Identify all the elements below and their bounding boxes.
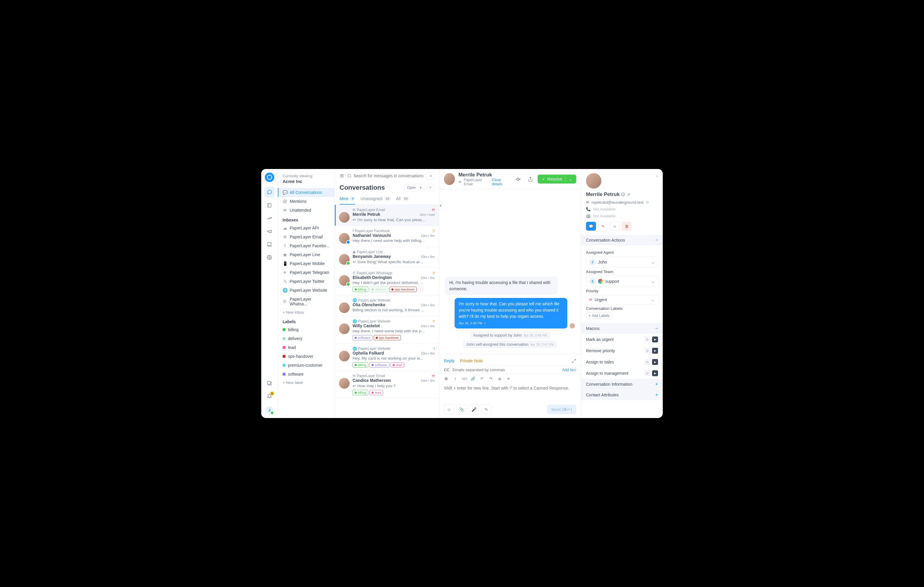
expand-panel-toggle[interactable]: ▶	[439, 201, 443, 209]
attach-button[interactable]: 📎	[456, 404, 467, 414]
share-button[interactable]	[526, 175, 535, 183]
rail-notifications[interactable]: 6	[264, 391, 275, 401]
emoji-button[interactable]: ☺	[444, 404, 454, 414]
macro-run-button[interactable]: ▶	[652, 348, 658, 354]
inbox-paperlayer-telegram[interactable]: ✈PaperLayer Telegram	[278, 268, 335, 277]
reply-textarea[interactable]	[444, 386, 576, 398]
org-name[interactable]: Acme Inc	[282, 179, 330, 184]
macro-preview-button[interactable]: ◷	[644, 370, 650, 376]
assigned-team-select[interactable]: Ssupport⌄	[586, 276, 658, 287]
more-labels-button[interactable]: ›	[418, 287, 423, 292]
tab-reply[interactable]: Reply	[444, 356, 455, 366]
contact-attributes-header[interactable]: Contact Attributes+	[581, 389, 663, 400]
macro-run-button[interactable]: ▶	[652, 370, 658, 376]
macro-preview-button[interactable]: ◷	[644, 348, 650, 354]
chevron-down-icon[interactable]: ⌄	[565, 177, 572, 181]
mute-button[interactable]	[514, 175, 523, 183]
status-filter[interactable]: Open▼	[404, 184, 425, 191]
macro-mark-as-urgent[interactable]: Mark as urgent◷▶	[581, 334, 663, 345]
label-ops-handover[interactable]: ops-handover	[278, 352, 335, 361]
undo-button[interactable]: ↶	[480, 376, 484, 381]
bold-button[interactable]: B	[444, 376, 449, 381]
collapse-button[interactable]: ⇥	[426, 172, 434, 180]
conversation-item[interactable]: 🌐PaperLayer Website! Ophelia Folkard10m …	[335, 344, 439, 371]
search-input[interactable]	[353, 173, 424, 178]
assigned-agent-select[interactable]: JJohn⌄	[586, 256, 658, 268]
delete-contact-button[interactable]: 🗑	[622, 222, 632, 231]
inbox-paperlayer-api[interactable]: ☁PaperLayer API	[278, 224, 335, 232]
priority-select[interactable]: !!!Urgent⌄	[586, 295, 658, 305]
conversation-actions-header[interactable]: Conversation Actions−	[581, 235, 663, 246]
rail-help-center[interactable]	[264, 239, 275, 250]
ul-button[interactable]: ≣	[497, 376, 502, 381]
macro-run-button[interactable]: ▶	[652, 336, 658, 342]
tab-all[interactable]: All20	[396, 194, 409, 204]
label-billing[interactable]: billing	[278, 325, 335, 334]
conversation-item[interactable]: ✉PaperLayer Email!!! Candice Matherson10…	[335, 371, 439, 399]
contact-name[interactable]: Merrile Petruk	[459, 172, 510, 178]
rail-reports[interactable]	[264, 213, 275, 224]
send-button[interactable]: Send (⌘↵)	[547, 405, 576, 414]
label-software[interactable]: software	[278, 370, 335, 379]
code-button[interactable]: </>	[462, 376, 467, 381]
macro-assign-to-sales[interactable]: Assign to sales◷▶	[581, 356, 663, 368]
macro-preview-button[interactable]: ◷	[644, 359, 650, 365]
add-labels-button[interactable]: + Add Labels	[586, 312, 612, 319]
label-delivery[interactable]: delivery	[278, 334, 335, 343]
label-premium-customer[interactable]: premium-customer	[278, 361, 335, 370]
new-conversation-button[interactable]: 💬	[586, 222, 596, 231]
resolve-button[interactable]: ✓ Resolve ⌄	[538, 175, 576, 183]
macros-header[interactable]: Macros−	[581, 323, 663, 334]
conversation-item[interactable]: ✆PaperLayer Whatsapp!! Elisabeth Deringt…	[335, 268, 439, 295]
link-button[interactable]: 🔗	[470, 376, 475, 381]
macro-run-button[interactable]: ▶	[652, 359, 658, 365]
cc-input[interactable]	[452, 368, 559, 372]
tab-unassigned[interactable]: Unassigned10	[360, 194, 391, 204]
tab-mine[interactable]: Mine8	[340, 194, 355, 204]
audio-button[interactable]: 🎤	[469, 404, 479, 414]
conversation-item[interactable]: ◉PaperLayer Line Benyamin Janeway10m • 9…	[335, 247, 439, 268]
inbox-paperlayer-line[interactable]: ◉PaperLayer Line	[278, 250, 335, 259]
close-details-link[interactable]: Close details	[492, 178, 511, 186]
label-lead[interactable]: lead	[278, 343, 335, 352]
conversation-item[interactable]: 🌐PaperLayer Website Olia Olenchenko10m •…	[335, 295, 439, 316]
rail-docs[interactable]	[264, 378, 275, 388]
macro-remove-priority[interactable]: Remove priority◷▶	[581, 345, 663, 356]
rail-conversations[interactable]	[264, 187, 275, 198]
redo-button[interactable]: ↷	[488, 376, 493, 381]
conversation-info-header[interactable]: Conversation Information+	[581, 379, 663, 389]
details-next-icon[interactable]: ›	[657, 174, 658, 178]
ol-button[interactable]: ≡	[506, 376, 511, 381]
new-inbox-button[interactable]: + New inbox	[278, 308, 335, 316]
merge-contact-button[interactable]: »	[610, 222, 620, 231]
expand-editor-icon[interactable]	[572, 359, 576, 363]
rail-user-avatar[interactable]: J	[266, 406, 274, 414]
italic-button[interactable]: I	[453, 376, 457, 381]
sidebar-nav-unattended[interactable]: ✉Unattended	[278, 206, 335, 214]
rail-campaigns[interactable]	[264, 226, 275, 237]
conversation-item[interactable]: 🌐PaperLayer Website!! Willy Castelot10m …	[335, 316, 439, 344]
rail-contacts[interactable]	[264, 200, 275, 211]
new-label-button[interactable]: + New label	[278, 379, 335, 387]
tab-private-note[interactable]: Private Note	[460, 356, 483, 366]
conversation-item[interactable]: fPaperLayer Facebook!! Nathaniel Vannuch…	[335, 226, 439, 247]
sidebar-nav-mentions[interactable]: @Mentions	[278, 197, 335, 206]
app-logo[interactable]	[265, 173, 274, 182]
inbox-paperlayer-twitter[interactable]: 𝕏PaperLayer Twitter	[278, 277, 335, 286]
ai-button[interactable]: ✎	[481, 404, 492, 414]
filter-button[interactable]	[426, 184, 434, 191]
inbox-paperlayer-email[interactable]: ✉PaperLayer Email	[278, 232, 335, 241]
info-icon[interactable]: ⓘ	[621, 192, 625, 197]
sidebar-nav-all-conversations[interactable]: 💬All Conversations	[278, 188, 335, 197]
inbox-paperlayer-whatsa-[interactable]: ✆PaperLayer Whatsa...	[278, 295, 335, 308]
conversation-item[interactable]: ✉PaperLayer Email!!! Merrile Petruk10m •…	[335, 205, 439, 226]
copy-icon[interactable]: ⧉	[646, 200, 648, 204]
inbox-paperlayer-facebo-[interactable]: fPaperLayer Facebo...	[278, 241, 335, 250]
macro-preview-button[interactable]: ◷	[644, 336, 650, 342]
open-contact-icon[interactable]: ↗	[627, 193, 630, 197]
toggle-sidebar-icon[interactable]	[340, 173, 344, 178]
rail-settings[interactable]	[264, 252, 275, 263]
macro-assign-to-management[interactable]: Assign to management◷▶	[581, 368, 663, 379]
add-bcc-link[interactable]: Add bcc	[562, 368, 576, 372]
edit-contact-button[interactable]: ✎	[598, 222, 608, 231]
